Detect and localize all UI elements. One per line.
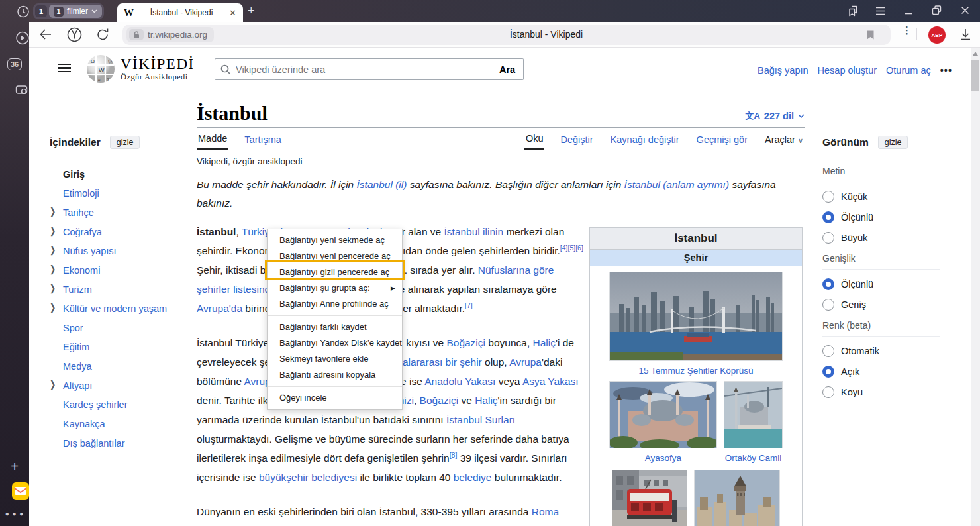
expand-icon[interactable]: ❯ bbox=[50, 206, 56, 217]
sidebar-add-icon[interactable]: + bbox=[0, 459, 29, 474]
menu-save-link-as[interactable]: Bağlantıyı farklı kaydet bbox=[268, 319, 402, 335]
infobox-caption-bridge[interactable]: 15 Temmuz Şehitler Köprüsü bbox=[590, 366, 802, 376]
menu-open-in-profile[interactable]: Bağlantıyı Anne profilinde aç bbox=[268, 296, 402, 312]
sidebar-more-icon[interactable]: ● ● ● bbox=[0, 510, 29, 517]
expand-icon[interactable]: ❯ bbox=[50, 264, 56, 275]
side-panels-icon[interactable] bbox=[846, 5, 858, 17]
radio-kucuk[interactable]: Küçük bbox=[822, 191, 940, 203]
menu-inspect-element[interactable]: Öğeyi incele bbox=[268, 390, 402, 406]
close-tab-icon[interactable]: ✕ bbox=[229, 8, 236, 18]
history-clock-icon[interactable] bbox=[9, 5, 38, 18]
close-window-icon[interactable] bbox=[961, 6, 969, 15]
toc-item-ekonomi[interactable]: ❯Ekonomi bbox=[50, 260, 179, 280]
browser-menu-icon[interactable] bbox=[875, 7, 886, 15]
infobox-image-bridge[interactable] bbox=[609, 272, 783, 361]
search-submit-button[interactable]: Ara bbox=[491, 58, 524, 80]
radio-otomatik[interactable]: Otomatik bbox=[822, 345, 940, 357]
main-menu-icon[interactable] bbox=[58, 64, 71, 72]
lock-icon[interactable] bbox=[129, 29, 144, 40]
radio-genis[interactable]: Geniş bbox=[822, 299, 940, 311]
toc-item-turizm[interactable]: ❯Turizm bbox=[50, 280, 179, 299]
toc-item-giris[interactable]: Giriş bbox=[50, 164, 179, 184]
radio-acik[interactable]: Açık bbox=[822, 366, 940, 378]
radio-olcunlu-metin[interactable]: Ölçünlü bbox=[822, 211, 940, 223]
radio-selected-icon[interactable] bbox=[822, 366, 834, 378]
expand-icon[interactable]: ❯ bbox=[50, 225, 56, 237]
toc-item-dis-baglantilar[interactable]: Dış bağlantılar bbox=[50, 433, 179, 452]
donate-link[interactable]: Bağış yapın bbox=[758, 65, 808, 76]
wikipedia-logo[interactable]: ΩW7मい VİKİPEDİ Özgür Ansiklopedi bbox=[86, 54, 195, 83]
toc-item-kardes[interactable]: Kardeş şehirler bbox=[50, 395, 179, 414]
radio-icon[interactable] bbox=[822, 232, 834, 244]
search-box[interactable] bbox=[215, 58, 491, 80]
infobox-caption-ayasofya[interactable]: Ayasofya bbox=[609, 453, 717, 463]
expand-icon[interactable]: ❯ bbox=[50, 283, 56, 294]
toc-item-nufus[interactable]: ❯Nüfus yapısı bbox=[50, 241, 179, 260]
page-scrollbar[interactable] bbox=[971, 48, 980, 526]
back-icon[interactable] bbox=[40, 29, 52, 40]
infobox-caption-ortakoy[interactable]: Ortaköy Camii bbox=[724, 453, 783, 463]
menu-save-to-yandex-disk[interactable]: Bağlantıyı Yandex Disk'e kaydet bbox=[268, 335, 402, 351]
scrollbar-up-arrow[interactable] bbox=[973, 52, 978, 56]
menu-open-new-tab[interactable]: Bağlantıyı yeni sekmede aç bbox=[268, 233, 402, 248]
user-menu-dots-icon[interactable]: ••• bbox=[940, 65, 952, 76]
toc-item-tarihce[interactable]: ❯Tarihçe bbox=[50, 203, 179, 222]
toc-item-altyapi[interactable]: ❯Altyapı bbox=[50, 376, 179, 395]
create-account-link[interactable]: Hesap oluştur bbox=[818, 65, 877, 76]
radio-icon[interactable] bbox=[822, 386, 834, 398]
downloads-icon[interactable] bbox=[959, 28, 971, 40]
tab-counter-badge[interactable]: 36 bbox=[0, 58, 29, 70]
expand-icon[interactable]: ❯ bbox=[50, 302, 56, 313]
tab-madde[interactable]: Madde bbox=[197, 129, 228, 150]
infobox-image-ayasofya[interactable] bbox=[609, 381, 717, 448]
url-pill[interactable]: tr.wikipedia.org bbox=[126, 27, 214, 42]
menu-copy-link-address[interactable]: Bağlantı adresini kopyala bbox=[268, 367, 402, 383]
tab-tartisma[interactable]: Tartışma bbox=[243, 130, 283, 150]
tab-oku[interactable]: Oku bbox=[524, 129, 545, 150]
tab-kaynagi-degistir[interactable]: Kaynağı değiştir bbox=[609, 130, 681, 150]
toc-item-spor[interactable]: Spor bbox=[50, 318, 179, 337]
menu-add-tab-to-favorites[interactable]: Sekmeyi favorilere ekle bbox=[268, 351, 402, 367]
toc-item-kultur[interactable]: ❯Kültür ve modern yaşam bbox=[50, 299, 179, 318]
new-tab-button[interactable]: + bbox=[248, 4, 255, 18]
language-selector[interactable]: 文A 227 dil bbox=[745, 110, 805, 125]
radio-icon[interactable] bbox=[822, 299, 834, 311]
scrollbar-thumb[interactable] bbox=[971, 60, 979, 91]
bookmark-icon[interactable] bbox=[866, 30, 875, 40]
tab-degistir[interactable]: Değiştir bbox=[559, 130, 594, 150]
maximize-icon[interactable] bbox=[932, 5, 942, 15]
expand-icon[interactable]: ❯ bbox=[50, 244, 56, 256]
radio-olcunlu-genislik[interactable]: Ölçünlü bbox=[822, 278, 940, 290]
radio-icon[interactable] bbox=[822, 345, 834, 357]
toc-hide-button[interactable]: gizle bbox=[110, 136, 140, 149]
tools-menu[interactable]: Araçlar ∨ bbox=[763, 130, 805, 150]
adblock-plus-icon[interactable]: ABP bbox=[928, 26, 946, 44]
tab-istanbul-vikipedi[interactable]: W İstanbul - Vikipedi ✕ bbox=[117, 3, 243, 22]
reload-icon[interactable] bbox=[96, 28, 109, 42]
infobox-image-ortakoy[interactable] bbox=[724, 381, 783, 448]
radio-icon[interactable] bbox=[822, 191, 834, 203]
toc-item-etimoloji[interactable]: Etimoloji bbox=[50, 184, 179, 203]
yandex-mail-icon[interactable] bbox=[6, 482, 35, 500]
radio-selected-icon[interactable] bbox=[822, 211, 834, 223]
appearance-hide-button[interactable]: gizle bbox=[878, 136, 908, 149]
extensions-menu-icon[interactable]: ⋮ bbox=[902, 28, 912, 32]
infobox-image-galata[interactable] bbox=[694, 470, 780, 526]
expand-icon[interactable]: ❯ bbox=[50, 379, 56, 390]
tab-group[interactable]: 1 1 filmler bbox=[33, 3, 104, 19]
toc-item-kaynakca[interactable]: Kaynakça bbox=[50, 414, 179, 433]
yandex-services-icon[interactable] bbox=[67, 27, 82, 42]
minimize-icon[interactable] bbox=[904, 7, 913, 15]
screenshot-icon[interactable] bbox=[8, 84, 37, 95]
radio-koyu[interactable]: Koyu bbox=[822, 386, 940, 398]
search-input[interactable] bbox=[236, 64, 485, 75]
radio-selected-icon[interactable] bbox=[822, 278, 834, 290]
toc-item-medya[interactable]: Medya bbox=[50, 356, 179, 376]
login-link[interactable]: Oturum aç bbox=[886, 65, 931, 76]
omnibox[interactable]: tr.wikipedia.org İstanbul - Vikipedi bbox=[122, 25, 891, 45]
radio-buyuk[interactable]: Büyük bbox=[822, 232, 940, 244]
infobox-image-tram[interactable] bbox=[612, 470, 687, 526]
menu-open-in-group[interactable]: Bağlantıyı şu grupta aç:▶ bbox=[268, 280, 402, 296]
video-play-icon[interactable] bbox=[8, 31, 37, 45]
toc-item-cografya[interactable]: ❯Coğrafya bbox=[50, 222, 179, 241]
